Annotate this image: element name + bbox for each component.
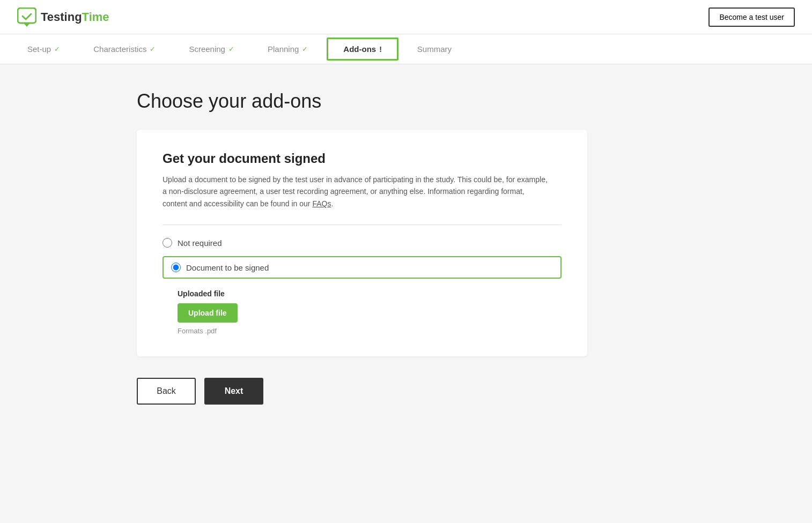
nav-label-addons: Add-ons: [343, 44, 376, 54]
radio-group: Not required Document to be signed: [163, 238, 562, 279]
nav-label-planning: Planning: [268, 44, 299, 54]
upload-label: Uploaded file: [178, 289, 562, 298]
nav-item-screening[interactable]: Screening ✓: [172, 34, 251, 64]
svg-rect-0: [18, 8, 36, 23]
logo: TestingTime: [17, 8, 109, 27]
header: TestingTime Become a test user: [0, 0, 812, 34]
upload-formats: Formats .pdf: [178, 327, 562, 335]
radio-not-required-label: Not required: [178, 238, 222, 248]
nav-item-planning[interactable]: Planning ✓: [251, 34, 324, 64]
nav-label-summary: Summary: [417, 44, 452, 54]
become-test-user-button[interactable]: Become a test user: [708, 8, 795, 27]
radio-not-required[interactable]: Not required: [163, 238, 562, 248]
footer-buttons: Back Next: [137, 378, 675, 405]
svg-marker-1: [24, 23, 30, 27]
nav-item-setup[interactable]: Set-up ✓: [11, 34, 77, 64]
radio-document-label: Document to be signed: [186, 263, 269, 272]
nav-check-screening: ✓: [228, 45, 234, 53]
card-description: Upload a document to be signed by the te…: [163, 174, 549, 210]
addon-card: Get your document signed Upload a docume…: [137, 130, 587, 356]
upload-file-button[interactable]: Upload file: [178, 303, 238, 323]
back-button[interactable]: Back: [137, 378, 196, 405]
card-divider: [163, 225, 562, 225]
logo-text: TestingTime: [41, 10, 109, 24]
nav-item-addons[interactable]: Add-ons !: [327, 38, 398, 61]
nav-item-characteristics[interactable]: Characteristics ✓: [77, 34, 172, 64]
nav: Set-up ✓ Characteristics ✓ Screening ✓ P…: [0, 34, 812, 64]
nav-label-screening: Screening: [189, 44, 225, 54]
nav-check-characteristics: ✓: [150, 45, 156, 53]
main-content: Choose your add-ons Get your document si…: [111, 64, 701, 447]
logo-icon: [17, 8, 36, 27]
nav-check-setup: ✓: [54, 45, 60, 53]
faqs-link[interactable]: FAQs: [312, 199, 331, 208]
nav-label-characteristics: Characteristics: [93, 44, 146, 54]
nav-exclaim-addons: !: [379, 45, 382, 54]
radio-not-required-input[interactable]: [163, 238, 172, 248]
card-title: Get your document signed: [163, 151, 562, 166]
nav-label-setup: Set-up: [27, 44, 51, 54]
upload-section: Uploaded file Upload file Formats .pdf: [178, 289, 562, 335]
nav-item-summary[interactable]: Summary: [401, 34, 468, 64]
next-button[interactable]: Next: [204, 378, 263, 405]
radio-document-signed[interactable]: Document to be signed: [163, 256, 562, 279]
radio-document-input[interactable]: [171, 263, 181, 272]
nav-check-planning: ✓: [302, 45, 308, 53]
page-title: Choose your add-ons: [137, 90, 675, 113]
